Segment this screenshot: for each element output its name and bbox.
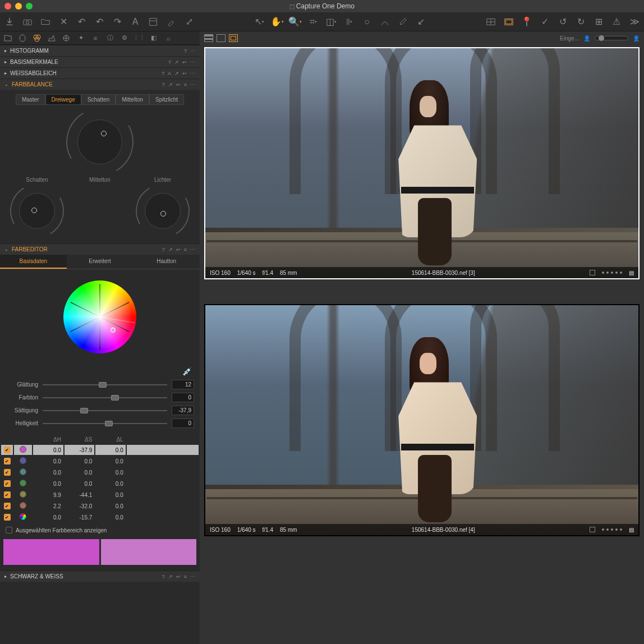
warning-icon[interactable]: ⚠: [611, 17, 622, 27]
slider-farbton[interactable]: Farbton: [0, 391, 200, 404]
search-tab-icon[interactable]: ⌕: [164, 34, 173, 43]
arrow-icon[interactable]: ↙: [416, 17, 426, 27]
rating-slider[interactable]: [595, 36, 628, 40]
fe-tab-basis[interactable]: Basisdaten: [0, 255, 67, 269]
slider-sattigung[interactable]: Sättigung: [0, 404, 200, 417]
svg-line-11: [100, 302, 129, 317]
cb-tab-spitzlicht[interactable]: Spitzlicht: [149, 94, 184, 105]
menu-icon[interactable]: ▤: [629, 270, 634, 276]
color-preview-bars: [0, 537, 200, 571]
color-row-5[interactable]: ✔ 2.2-32.00.0: [1, 501, 199, 511]
view-multi-icon[interactable]: [229, 34, 238, 42]
color-row-0[interactable]: ✔ 0.0-37.90.0: [1, 445, 199, 455]
lichter-wheel[interactable]: [140, 188, 185, 233]
mittelton-wheel[interactable]: [72, 114, 128, 170]
lens-tab-icon[interactable]: [62, 34, 71, 43]
layout2-icon[interactable]: [504, 17, 514, 27]
folder-icon[interactable]: [40, 17, 50, 27]
slider-farbton-value[interactable]: [172, 393, 194, 402]
slider-sattigung-value[interactable]: [172, 406, 194, 415]
tag-box[interactable]: [590, 270, 595, 275]
metadata-tab-icon[interactable]: ⓘ: [105, 34, 114, 43]
grid-icon[interactable]: ⊞: [594, 17, 604, 27]
user-icon[interactable]: 👤: [583, 35, 590, 42]
crop-icon[interactable]: ⌗▾: [308, 17, 318, 27]
color-editor-wheel[interactable]: [63, 280, 136, 353]
menu-icon[interactable]: ▤: [629, 527, 634, 533]
slider-helligkeit-value[interactable]: [172, 418, 194, 428]
hand-icon[interactable]: ✋▾: [272, 17, 282, 27]
viewer-area: Einge... 👤 👤 ISO 160 1/640 s f/1.4 85 mm…: [200, 31, 644, 644]
schatten-label: Schatten: [12, 177, 62, 183]
schwarzweiss-panel-header[interactable]: ▸SCHWARZ & WEISS?↗↩≡⋯: [0, 571, 200, 582]
straighten-icon[interactable]: ◫▾: [326, 17, 336, 27]
eyedropper-icon[interactable]: 💉: [0, 365, 200, 378]
basis-panel-header[interactable]: ▸BASISMERKMALE?↗↩⋯: [0, 56, 200, 67]
camera-icon[interactable]: [22, 17, 33, 27]
details-tab-icon[interactable]: ✦: [76, 34, 85, 43]
picker-icon[interactable]: [398, 17, 408, 27]
color-row-4[interactable]: ✔ 9.9-44.10.0: [1, 490, 199, 500]
text-icon[interactable]: A: [130, 17, 140, 27]
pin-icon[interactable]: 📍: [522, 17, 532, 27]
settings-tab-icon[interactable]: ⚙: [120, 34, 129, 43]
image-frame-0[interactable]: ISO 160 1/640 s f/1.4 85 mm 150614-BBB-0…: [204, 47, 640, 279]
histogram-panel-header[interactable]: ▸HISTOGRAMM?⋯: [0, 45, 200, 56]
cb-tab-schatten[interactable]: Schatten: [81, 94, 116, 105]
schatten-wheel[interactable]: [15, 188, 59, 233]
view-grid-icon[interactable]: [204, 34, 213, 42]
cb-tab-dreiwege[interactable]: Dreiwege: [45, 94, 81, 105]
color-row-6[interactable]: ✔ 0.0-15.70.0: [1, 512, 199, 522]
weiss-panel-header[interactable]: ▸WEISSABGLEICH?A↗↩⋯: [0, 67, 200, 79]
svg-line-15: [71, 302, 100, 317]
cb-tab-master[interactable]: Master: [16, 94, 45, 105]
rotate-ccw-icon[interactable]: ↺: [558, 17, 568, 27]
library-tab-icon[interactable]: [3, 34, 12, 43]
color-row-1[interactable]: ✔ 0.00.00.0: [1, 456, 199, 466]
slider-glattung-value[interactable]: [172, 380, 194, 389]
import-icon[interactable]: [4, 17, 15, 27]
undo-icon[interactable]: ↶: [76, 17, 86, 27]
keystone-icon[interactable]: ⦀▾: [344, 17, 354, 27]
fe-tab-erweitert[interactable]: Erweitert: [67, 255, 134, 269]
cursor-icon[interactable]: ↖▾: [254, 17, 264, 27]
zoom-window-button[interactable]: [26, 3, 33, 10]
color-tab-icon[interactable]: [33, 34, 42, 43]
adjustments-tab-icon[interactable]: ≡: [91, 34, 100, 43]
color-row-3[interactable]: ✔ 0.00.00.0: [1, 479, 199, 489]
batch-tab-icon[interactable]: ⋮⋮: [135, 34, 144, 43]
user2-icon[interactable]: 👤: [633, 35, 640, 42]
fe-tab-hautton[interactable]: Hautton: [133, 255, 200, 269]
delete-icon[interactable]: ✕: [58, 17, 68, 27]
check-icon[interactable]: ✓: [540, 17, 550, 27]
window-controls: [4, 3, 33, 10]
zoom-icon[interactable]: 🔍▾: [290, 17, 300, 27]
image-frame-1[interactable]: ISO 160 1/640 s f/1.4 85 mm 150614-BBB-0…: [204, 304, 640, 536]
heal-icon[interactable]: [380, 17, 390, 27]
color-row-2[interactable]: ✔ 0.00.00.0: [1, 467, 199, 477]
minimize-window-button[interactable]: [15, 3, 22, 10]
farbbalance-panel-header[interactable]: ⌄FARBBALANCE?↗↩≡⋯: [0, 79, 200, 90]
rotate-cw-icon[interactable]: ↻: [576, 17, 586, 27]
spot-icon[interactable]: ○: [362, 17, 372, 27]
close-window-button[interactable]: [4, 3, 11, 10]
expand-icon[interactable]: ⤢: [184, 17, 194, 27]
preview-bar-after: [101, 539, 197, 565]
brush-icon[interactable]: [166, 17, 176, 27]
view-single-icon[interactable]: [217, 34, 226, 42]
farbeditor-panel-header[interactable]: ⌄FARBEDITOR?↗↩≡⋯: [0, 243, 200, 255]
layout1-icon[interactable]: [486, 17, 496, 27]
styles-icon[interactable]: [148, 17, 158, 27]
more-icon[interactable]: ≫: [629, 17, 640, 27]
undo2-icon[interactable]: ↶: [94, 17, 104, 27]
bw-tab-icon[interactable]: ◧: [149, 34, 158, 43]
slider-glattung[interactable]: Glättung: [0, 378, 200, 391]
show-range-checkbox[interactable]: Ausgewählten Farbbereich anzeigen: [0, 523, 200, 537]
tag-box[interactable]: [590, 527, 595, 532]
farbeditor-panel: Basisdaten Erweitert Hautton 💉 Glättung …: [0, 255, 200, 571]
redo-icon[interactable]: ↷: [112, 17, 122, 27]
capture-tab-icon[interactable]: [18, 34, 27, 43]
cb-tab-mittelton[interactable]: Mittelton: [116, 94, 149, 105]
slider-helligkeit[interactable]: Helligkeit: [0, 417, 200, 430]
exposure-tab-icon[interactable]: [47, 34, 56, 43]
